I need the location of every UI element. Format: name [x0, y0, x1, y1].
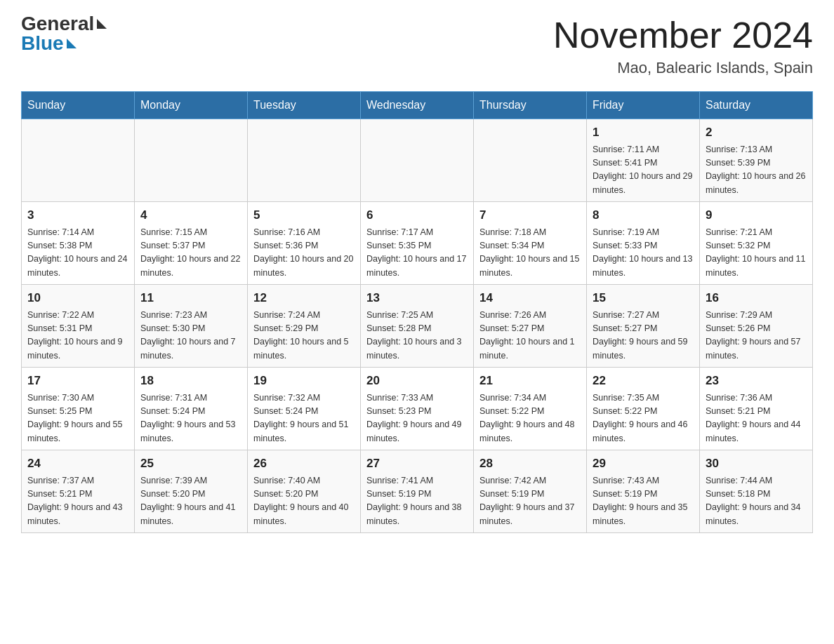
calendar-header-row: Sunday Monday Tuesday Wednesday Thursday…	[22, 92, 813, 119]
calendar-cell: 21Sunrise: 7:34 AMSunset: 5:22 PMDayligh…	[474, 368, 587, 450]
calendar-cell: 6Sunrise: 7:17 AMSunset: 5:35 PMDaylight…	[361, 202, 474, 285]
calendar-cell: 9Sunrise: 7:21 AMSunset: 5:32 PMDaylight…	[700, 202, 813, 285]
calendar-cell: 3Sunrise: 7:14 AMSunset: 5:38 PMDaylight…	[22, 202, 135, 285]
day-number: 6	[366, 206, 468, 224]
calendar-cell: 15Sunrise: 7:27 AMSunset: 5:27 PMDayligh…	[587, 285, 700, 368]
day-number: 4	[140, 206, 241, 224]
calendar-cell: 5Sunrise: 7:16 AMSunset: 5:36 PMDaylight…	[248, 202, 361, 285]
day-number: 12	[253, 289, 355, 307]
calendar-cell: 17Sunrise: 7:30 AMSunset: 5:25 PMDayligh…	[22, 368, 135, 450]
day-number: 2	[706, 123, 807, 142]
day-number: 18	[140, 372, 241, 390]
day-number: 7	[479, 206, 581, 224]
calendar-cell: 19Sunrise: 7:32 AMSunset: 5:24 PMDayligh…	[248, 368, 361, 450]
day-info: Sunrise: 7:15 AMSunset: 5:37 PMDaylight:…	[140, 226, 241, 281]
calendar-cell: 12Sunrise: 7:24 AMSunset: 5:29 PMDayligh…	[248, 285, 361, 368]
calendar-cell	[474, 119, 587, 202]
col-sunday: Sunday	[22, 92, 135, 119]
day-info: Sunrise: 7:11 AMSunset: 5:41 PMDaylight:…	[593, 143, 694, 198]
week-row-3: 10Sunrise: 7:22 AMSunset: 5:31 PMDayligh…	[22, 285, 813, 368]
location: Mao, Balearic Islands, Spain	[553, 59, 813, 77]
day-info: Sunrise: 7:39 AMSunset: 5:20 PMDaylight:…	[140, 474, 241, 529]
day-number: 21	[479, 372, 581, 390]
day-info: Sunrise: 7:34 AMSunset: 5:22 PMDaylight:…	[479, 391, 581, 446]
day-info: Sunrise: 7:31 AMSunset: 5:24 PMDaylight:…	[140, 391, 241, 446]
calendar-cell	[135, 119, 248, 202]
calendar-cell: 29Sunrise: 7:43 AMSunset: 5:19 PMDayligh…	[587, 450, 700, 533]
day-info: Sunrise: 7:13 AMSunset: 5:39 PMDaylight:…	[706, 143, 807, 198]
day-info: Sunrise: 7:27 AMSunset: 5:27 PMDaylight:…	[593, 309, 694, 363]
calendar-cell: 28Sunrise: 7:42 AMSunset: 5:19 PMDayligh…	[474, 450, 587, 533]
col-monday: Monday	[135, 92, 248, 119]
col-friday: Friday	[587, 92, 700, 119]
calendar-cell	[248, 119, 361, 202]
week-row-5: 24Sunrise: 7:37 AMSunset: 5:21 PMDayligh…	[22, 450, 813, 533]
day-info: Sunrise: 7:33 AMSunset: 5:23 PMDaylight:…	[366, 391, 468, 446]
calendar-cell: 11Sunrise: 7:23 AMSunset: 5:30 PMDayligh…	[135, 285, 248, 368]
month-title: November 2024	[553, 14, 813, 56]
logo-triangle-dark	[97, 19, 107, 29]
calendar-cell: 30Sunrise: 7:44 AMSunset: 5:18 PMDayligh…	[700, 450, 813, 533]
day-info: Sunrise: 7:40 AMSunset: 5:20 PMDaylight:…	[253, 474, 355, 529]
day-number: 30	[706, 455, 807, 473]
day-info: Sunrise: 7:29 AMSunset: 5:26 PMDaylight:…	[706, 309, 807, 363]
day-info: Sunrise: 7:26 AMSunset: 5:27 PMDaylight:…	[479, 309, 581, 363]
day-number: 26	[253, 455, 355, 473]
day-number: 11	[140, 289, 241, 307]
day-number: 1	[593, 123, 694, 142]
week-row-4: 17Sunrise: 7:30 AMSunset: 5:25 PMDayligh…	[22, 368, 813, 450]
calendar-cell	[361, 119, 474, 202]
day-number: 28	[479, 455, 581, 473]
calendar-cell: 26Sunrise: 7:40 AMSunset: 5:20 PMDayligh…	[248, 450, 361, 533]
day-info: Sunrise: 7:24 AMSunset: 5:29 PMDaylight:…	[253, 309, 355, 363]
calendar-cell: 8Sunrise: 7:19 AMSunset: 5:33 PMDaylight…	[587, 202, 700, 285]
day-number: 15	[593, 289, 694, 307]
day-info: Sunrise: 7:32 AMSunset: 5:24 PMDaylight:…	[253, 391, 355, 446]
calendar-cell: 7Sunrise: 7:18 AMSunset: 5:34 PMDaylight…	[474, 202, 587, 285]
day-number: 20	[366, 372, 468, 390]
day-number: 3	[27, 206, 128, 224]
day-info: Sunrise: 7:36 AMSunset: 5:21 PMDaylight:…	[706, 391, 807, 446]
calendar-cell: 4Sunrise: 7:15 AMSunset: 5:37 PMDaylight…	[135, 202, 248, 285]
day-info: Sunrise: 7:35 AMSunset: 5:22 PMDaylight:…	[593, 391, 694, 446]
week-row-2: 3Sunrise: 7:14 AMSunset: 5:38 PMDaylight…	[22, 202, 813, 285]
calendar-cell: 2Sunrise: 7:13 AMSunset: 5:39 PMDaylight…	[700, 119, 813, 202]
logo: General Blue	[21, 14, 107, 53]
calendar-cell: 10Sunrise: 7:22 AMSunset: 5:31 PMDayligh…	[22, 285, 135, 368]
day-number: 25	[140, 455, 241, 473]
calendar-cell: 18Sunrise: 7:31 AMSunset: 5:24 PMDayligh…	[135, 368, 248, 450]
calendar-cell: 1Sunrise: 7:11 AMSunset: 5:41 PMDaylight…	[587, 119, 700, 202]
col-thursday: Thursday	[474, 92, 587, 119]
day-info: Sunrise: 7:37 AMSunset: 5:21 PMDaylight:…	[27, 474, 128, 529]
calendar-cell: 14Sunrise: 7:26 AMSunset: 5:27 PMDayligh…	[474, 285, 587, 368]
day-number: 14	[479, 289, 581, 307]
day-info: Sunrise: 7:21 AMSunset: 5:32 PMDaylight:…	[706, 226, 807, 281]
day-info: Sunrise: 7:44 AMSunset: 5:18 PMDaylight:…	[706, 474, 807, 529]
calendar-cell: 25Sunrise: 7:39 AMSunset: 5:20 PMDayligh…	[135, 450, 248, 533]
day-number: 10	[27, 289, 128, 307]
day-info: Sunrise: 7:41 AMSunset: 5:19 PMDaylight:…	[366, 474, 468, 529]
day-info: Sunrise: 7:22 AMSunset: 5:31 PMDaylight:…	[27, 309, 128, 363]
day-number: 8	[593, 206, 694, 224]
day-info: Sunrise: 7:17 AMSunset: 5:35 PMDaylight:…	[366, 226, 468, 281]
day-info: Sunrise: 7:16 AMSunset: 5:36 PMDaylight:…	[253, 226, 355, 281]
day-info: Sunrise: 7:25 AMSunset: 5:28 PMDaylight:…	[366, 309, 468, 363]
day-number: 13	[366, 289, 468, 307]
day-number: 19	[253, 372, 355, 390]
page-header: General Blue November 2024 Mao, Balearic…	[21, 14, 813, 77]
day-number: 23	[706, 372, 807, 390]
logo-general-text: General	[21, 14, 94, 34]
day-info: Sunrise: 7:19 AMSunset: 5:33 PMDaylight:…	[593, 226, 694, 281]
calendar-cell	[22, 119, 135, 202]
day-info: Sunrise: 7:43 AMSunset: 5:19 PMDaylight:…	[593, 474, 694, 529]
calendar-table: Sunday Monday Tuesday Wednesday Thursday…	[21, 91, 813, 533]
day-info: Sunrise: 7:18 AMSunset: 5:34 PMDaylight:…	[479, 226, 581, 281]
calendar-cell: 24Sunrise: 7:37 AMSunset: 5:21 PMDayligh…	[22, 450, 135, 533]
calendar-cell: 13Sunrise: 7:25 AMSunset: 5:28 PMDayligh…	[361, 285, 474, 368]
week-row-1: 1Sunrise: 7:11 AMSunset: 5:41 PMDaylight…	[22, 119, 813, 202]
calendar-cell: 23Sunrise: 7:36 AMSunset: 5:21 PMDayligh…	[700, 368, 813, 450]
day-info: Sunrise: 7:30 AMSunset: 5:25 PMDaylight:…	[27, 391, 128, 446]
day-info: Sunrise: 7:42 AMSunset: 5:19 PMDaylight:…	[479, 474, 581, 529]
day-info: Sunrise: 7:23 AMSunset: 5:30 PMDaylight:…	[140, 309, 241, 363]
logo-blue-text: Blue	[21, 34, 64, 53]
